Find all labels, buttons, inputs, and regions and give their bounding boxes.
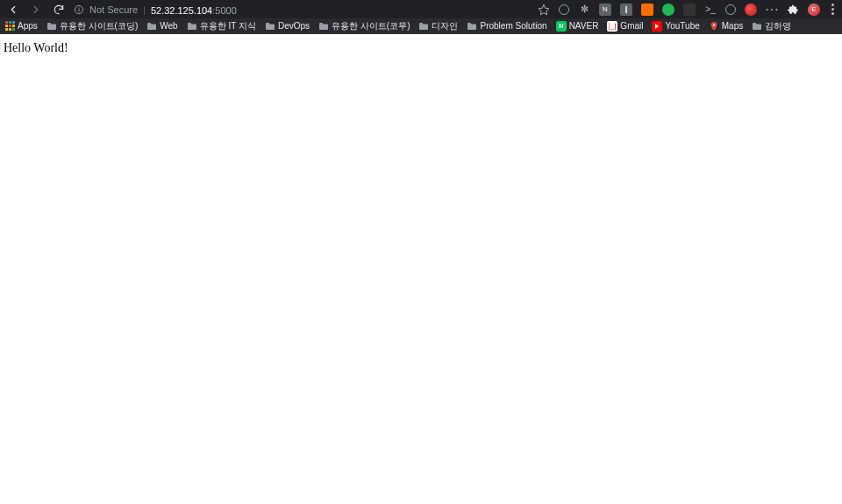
extension-icon[interactable] xyxy=(725,4,736,15)
bookmark-item[interactable]: NNAVER xyxy=(556,21,599,32)
naver-icon: N xyxy=(556,21,567,32)
apps-shortcut[interactable]: Apps xyxy=(5,21,38,31)
bookmark-label: YouTube xyxy=(665,21,699,31)
folder-icon xyxy=(187,22,197,31)
bookmark-label: 김하영 xyxy=(765,20,791,32)
extension-icon[interactable]: ⋯ xyxy=(766,4,778,16)
nav-buttons xyxy=(7,4,65,16)
bookmark-item[interactable]: YouTube xyxy=(652,21,699,32)
forward-button[interactable] xyxy=(30,4,42,16)
folder-icon xyxy=(418,22,429,31)
extension-icon[interactable] xyxy=(745,4,757,16)
browser-toolbar: Not Secure | 52.32.125.104:5000 ✼ N ‖ >_… xyxy=(0,0,842,18)
browser-menu-icon[interactable] xyxy=(829,4,837,15)
bookmark-item[interactable]: 유용한 사이트(코딩) xyxy=(46,20,138,32)
bookmark-label: Web xyxy=(160,21,177,31)
security-status: Not Secure xyxy=(89,4,138,15)
folder-icon xyxy=(265,22,275,31)
url-host: 52.32.125.104 xyxy=(151,5,212,16)
bookmark-item[interactable]: 유용한 IT 지식 xyxy=(187,20,256,32)
bookmark-item[interactable]: Maps xyxy=(709,21,743,32)
apps-grid-icon xyxy=(5,21,15,31)
folder-icon xyxy=(467,22,477,31)
bookmark-item[interactable]: Gmail xyxy=(607,21,643,32)
extension-icon[interactable] xyxy=(662,4,674,16)
folder-icon xyxy=(146,22,157,31)
bookmark-item[interactable]: 디자인 xyxy=(418,20,458,32)
bookmark-label: Maps xyxy=(722,21,743,31)
extensions-puzzle-icon[interactable] xyxy=(787,4,799,16)
page-body-text: Hello World! xyxy=(4,41,68,54)
bookmark-label: 디자인 xyxy=(432,20,458,32)
bookmark-label: 유용한 사이트(코딩) xyxy=(60,20,138,32)
bookmark-label: NAVER xyxy=(569,21,599,31)
gmail-icon xyxy=(607,21,617,32)
toolbar-right: ✼ N ‖ >_ ⋯ E xyxy=(538,4,837,16)
bookmark-label: Problem Solution xyxy=(480,21,546,31)
bookmark-star-icon[interactable] xyxy=(538,4,550,16)
reload-button[interactable] xyxy=(53,4,65,16)
bookmark-item[interactable]: Web xyxy=(146,21,177,31)
extension-icon[interactable] xyxy=(559,4,569,15)
youtube-icon xyxy=(652,21,662,32)
extension-icon[interactable]: ✼ xyxy=(578,4,590,16)
svg-point-3 xyxy=(713,24,716,26)
extension-icon[interactable]: N xyxy=(599,4,611,16)
site-info-icon[interactable] xyxy=(74,4,84,15)
page-content: Hello World! xyxy=(0,34,842,60)
bookmark-item[interactable]: 유용한 사이트(코무) xyxy=(318,20,410,32)
extension-icon[interactable] xyxy=(683,4,696,16)
maps-icon xyxy=(709,21,719,32)
address-bar[interactable]: Not Secure | 52.32.125.104:5000 xyxy=(74,2,529,18)
back-button[interactable] xyxy=(7,4,19,16)
bookmark-label: 유용한 사이트(코무) xyxy=(332,20,410,32)
bookmark-item[interactable]: DevOps xyxy=(265,21,310,31)
bookmark-label: Gmail xyxy=(620,21,643,31)
folder-icon xyxy=(46,22,57,31)
bookmark-items: 유용한 사이트(코딩)Web유용한 IT 지식DevOps유용한 사이트(코무)… xyxy=(46,20,791,32)
url-port: :5000 xyxy=(212,5,237,16)
bookmark-label: 유용한 IT 지식 xyxy=(200,20,256,32)
extension-icon[interactable]: >_ xyxy=(704,4,717,16)
bookmarks-bar: Apps 유용한 사이트(코딩)Web유용한 IT 지식DevOps유용한 사이… xyxy=(0,18,842,34)
extension-icon[interactable] xyxy=(641,4,653,16)
bookmark-item[interactable]: 김하영 xyxy=(752,20,791,32)
bookmark-label: DevOps xyxy=(278,21,310,31)
folder-icon xyxy=(752,22,762,31)
url-text: 52.32.125.104:5000 xyxy=(151,2,237,18)
profile-avatar[interactable]: E xyxy=(808,4,820,16)
bookmark-item[interactable]: Problem Solution xyxy=(467,21,546,31)
folder-icon xyxy=(318,22,329,31)
extension-icon[interactable]: ‖ xyxy=(620,4,632,16)
apps-label: Apps xyxy=(18,21,38,31)
url-divider: | xyxy=(143,4,146,15)
